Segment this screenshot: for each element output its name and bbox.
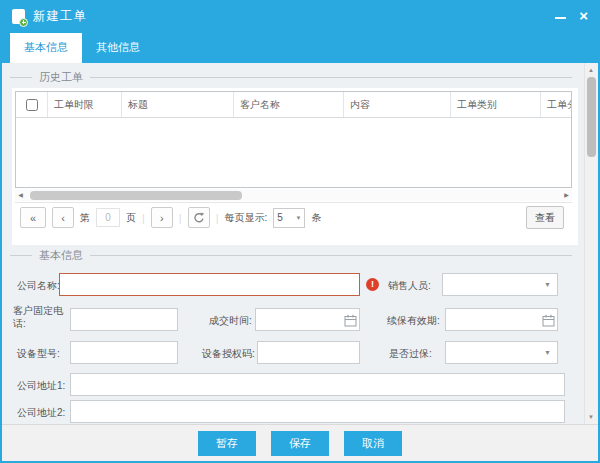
horizontal-scroll-track[interactable] [26, 189, 561, 201]
view-button[interactable]: 查看 [526, 206, 564, 229]
customer-phone-input[interactable] [70, 308, 178, 331]
device-auth-code-label: 设备授权码: [202, 347, 255, 360]
separator: | [179, 212, 182, 224]
required-error-icon: ! [366, 278, 379, 291]
history-panel: 工单时限 标题 客户名称 内容 工单类别 工单分类 ◀ ▶ « [12, 88, 578, 245]
page-prefix-label: 第 [80, 211, 90, 225]
history-section-title: 历史工单 [32, 70, 90, 85]
dialog-footer: 暂存 保存 取消 [2, 424, 598, 461]
per-page-unit-label: 条 [311, 211, 321, 225]
header-cell: 标题 [122, 92, 234, 117]
address2-label: 公司地址2: [17, 406, 65, 419]
legend-line [90, 255, 572, 256]
new-work-order-dialog: 新建工单 × 基本信息 其他信息 历史工单 工单时限 标题 [0, 0, 600, 463]
refresh-icon [193, 212, 205, 224]
legend-line [90, 77, 572, 78]
history-section-legend: 历史工单 [10, 70, 572, 85]
out-of-warranty-select[interactable]: ▼ [445, 341, 558, 364]
window-controls: × [555, 9, 588, 23]
separator: | [142, 212, 145, 224]
table-body-empty [16, 118, 571, 187]
renewal-validity-input[interactable] [445, 308, 558, 331]
device-model-label: 设备型号: [17, 347, 60, 360]
company-name-label: 公司名称: [17, 279, 60, 292]
scroll-up-icon[interactable]: ▲ [585, 64, 597, 76]
legend-line [10, 255, 32, 256]
refresh-button[interactable] [188, 207, 210, 228]
horizontal-scrollbar: ◀ ▶ [15, 189, 572, 201]
header-cell: 工单分类 [541, 92, 572, 117]
tab-basic-info[interactable]: 基本信息 [10, 33, 82, 63]
page-suffix-label: 页 [126, 211, 136, 225]
horizontal-scroll-thumb[interactable] [30, 191, 242, 200]
page-number-input[interactable] [96, 208, 120, 227]
tab-bar: 基本信息 其他信息 [2, 30, 598, 63]
first-page-button[interactable]: « [20, 207, 46, 228]
per-page-value: 5 [277, 212, 283, 223]
chevron-down-icon: ▼ [295, 215, 301, 221]
chevron-down-icon: ▼ [544, 281, 551, 288]
address1-label: 公司地址1: [17, 379, 65, 392]
address1-input[interactable] [70, 373, 565, 396]
vertical-scroll-thumb[interactable] [587, 77, 596, 157]
deal-time-label: 成交时间: [209, 314, 252, 327]
legend-line [10, 77, 32, 78]
next-page-button[interactable]: › [151, 207, 173, 228]
save-button[interactable]: 保存 [271, 431, 329, 456]
close-button[interactable]: × [579, 9, 588, 23]
history-table: 工单时限 标题 客户名称 内容 工单类别 工单分类 [15, 91, 572, 188]
scroll-down-icon[interactable]: ▼ [585, 411, 597, 423]
basic-info-section-legend: 基本信息 [10, 248, 572, 263]
device-auth-code-input[interactable] [257, 341, 360, 364]
customer-phone-label: 客户固定电话: [13, 304, 70, 330]
plus-badge-icon [19, 18, 28, 27]
new-document-icon [12, 9, 25, 24]
table-header-row: 工单时限 标题 客户名称 内容 工单类别 工单分类 [16, 92, 571, 118]
header-cell: 内容 [344, 92, 451, 117]
basic-info-section-title: 基本信息 [32, 248, 90, 263]
address2-input[interactable] [70, 400, 565, 423]
cancel-button[interactable]: 取消 [344, 431, 402, 456]
sales-person-label: 销售人员: [388, 279, 431, 292]
vertical-scrollbar: ▲ ▼ [584, 63, 597, 424]
device-model-input[interactable] [70, 341, 178, 364]
select-all-checkbox[interactable] [26, 99, 38, 111]
prev-page-button[interactable]: ‹ [52, 207, 74, 228]
sales-person-select[interactable]: ▼ [442, 273, 558, 296]
per-page-label: 每页显示: [225, 211, 268, 225]
titlebar: 新建工单 × [2, 2, 598, 30]
out-of-warranty-label: 是否过保: [389, 347, 432, 360]
tab-other-info[interactable]: 其他信息 [82, 33, 154, 63]
header-cell: 客户名称 [234, 92, 344, 117]
temp-save-button[interactable]: 暂存 [198, 431, 256, 456]
scroll-right-icon[interactable]: ▶ [561, 189, 572, 201]
header-cell-checkbox [16, 92, 48, 117]
pagination-bar: « ‹ 第 页 | › | | 每页显示: 5 ▼ [15, 202, 572, 232]
per-page-select[interactable]: 5 ▼ [273, 208, 305, 228]
header-cell: 工单类别 [451, 92, 541, 117]
company-name-input[interactable] [59, 273, 360, 296]
scroll-left-icon[interactable]: ◀ [15, 189, 26, 201]
renewal-validity-label: 续保有效期: [387, 314, 440, 327]
minimize-icon [555, 17, 566, 19]
chevron-down-icon: ▼ [544, 349, 551, 356]
dialog-content: 历史工单 工单时限 标题 客户名称 内容 工单类别 工单分类 [2, 63, 598, 424]
dialog-title: 新建工单 [33, 8, 87, 25]
header-cell: 工单时限 [48, 92, 122, 117]
minimize-button[interactable] [555, 9, 567, 23]
separator: | [216, 212, 219, 224]
deal-time-input[interactable] [255, 308, 360, 331]
